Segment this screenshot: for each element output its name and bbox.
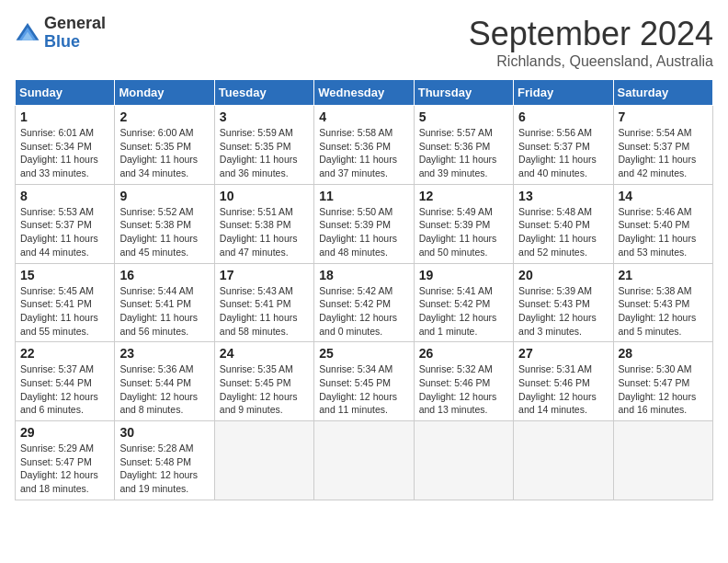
day-info: Sunrise: 5:49 AM Sunset: 5:39 PM Dayligh… (419, 205, 508, 259)
logo-blue: Blue (44, 33, 106, 52)
calendar-day-cell: 12Sunrise: 5:49 AM Sunset: 5:39 PM Dayli… (414, 184, 513, 263)
calendar-day-cell: 18Sunrise: 5:42 AM Sunset: 5:42 PM Dayli… (314, 263, 414, 342)
calendar-week-row: 15Sunrise: 5:45 AM Sunset: 5:41 PM Dayli… (16, 263, 713, 342)
calendar-day-cell: 24Sunrise: 5:35 AM Sunset: 5:45 PM Dayli… (214, 342, 313, 421)
day-number: 1 (20, 109, 109, 124)
day-info: Sunrise: 5:45 AM Sunset: 5:41 PM Dayligh… (20, 284, 109, 339)
day-number: 7 (619, 109, 708, 124)
day-info: Sunrise: 5:53 AM Sunset: 5:37 PM Dayligh… (20, 205, 109, 259)
calendar-day-cell: 30Sunrise: 5:28 AM Sunset: 5:48 PM Dayli… (115, 421, 214, 500)
day-info: Sunrise: 5:41 AM Sunset: 5:42 PM Dayligh… (419, 284, 508, 339)
calendar-day-cell: 22Sunrise: 5:37 AM Sunset: 5:44 PM Dayli… (16, 342, 115, 421)
day-number: 13 (518, 189, 608, 203)
calendar-day-cell: 29Sunrise: 5:29 AM Sunset: 5:47 PM Dayli… (16, 421, 115, 500)
day-info: Sunrise: 5:46 AM Sunset: 5:40 PM Dayligh… (619, 205, 708, 259)
calendar-day-cell: 9Sunrise: 5:52 AM Sunset: 5:38 PM Daylig… (115, 184, 214, 263)
calendar-day-cell: 15Sunrise: 5:45 AM Sunset: 5:41 PM Dayli… (16, 263, 115, 342)
calendar-header-row: SundayMondayTuesdayWednesdayThursdayFrid… (16, 80, 713, 106)
day-info: Sunrise: 5:59 AM Sunset: 5:35 PM Dayligh… (220, 126, 309, 180)
day-info: Sunrise: 5:34 AM Sunset: 5:45 PM Dayligh… (319, 362, 408, 417)
day-info: Sunrise: 5:36 AM Sunset: 5:44 PM Dayligh… (119, 362, 209, 417)
calendar-day-cell: 19Sunrise: 5:41 AM Sunset: 5:42 PM Dayli… (414, 263, 513, 342)
calendar-day-cell: 26Sunrise: 5:32 AM Sunset: 5:46 PM Dayli… (414, 342, 513, 421)
calendar-day-cell: 23Sunrise: 5:36 AM Sunset: 5:44 PM Dayli… (115, 342, 214, 421)
calendar-day-cell: 28Sunrise: 5:30 AM Sunset: 5:47 PM Dayli… (613, 342, 712, 421)
day-info: Sunrise: 5:48 AM Sunset: 5:40 PM Dayligh… (518, 205, 608, 259)
day-number: 15 (20, 268, 109, 282)
weekday-header-tuesday: Tuesday (214, 80, 313, 106)
day-number: 29 (20, 425, 109, 440)
calendar-day-cell: 10Sunrise: 5:51 AM Sunset: 5:38 PM Dayli… (214, 184, 313, 263)
calendar-week-row: 8Sunrise: 5:53 AM Sunset: 5:37 PM Daylig… (16, 184, 713, 263)
calendar-week-row: 29Sunrise: 5:29 AM Sunset: 5:47 PM Dayli… (16, 421, 713, 500)
calendar-day-cell: 21Sunrise: 5:38 AM Sunset: 5:43 PM Dayli… (613, 263, 712, 342)
day-number: 21 (619, 268, 708, 282)
weekday-header-monday: Monday (115, 80, 214, 106)
calendar-day-cell: 27Sunrise: 5:31 AM Sunset: 5:46 PM Dayli… (514, 342, 613, 421)
day-number: 18 (319, 268, 408, 282)
day-info: Sunrise: 5:50 AM Sunset: 5:39 PM Dayligh… (319, 205, 408, 259)
weekday-header-wednesday: Wednesday (314, 80, 414, 106)
logo: General Blue (15, 15, 106, 52)
day-number: 4 (319, 109, 408, 124)
calendar-day-cell: 6Sunrise: 5:56 AM Sunset: 5:37 PM Daylig… (514, 106, 613, 185)
day-info: Sunrise: 5:42 AM Sunset: 5:42 PM Dayligh… (319, 284, 408, 339)
day-number: 20 (518, 268, 608, 282)
calendar-day-cell (613, 421, 712, 500)
day-number: 19 (419, 268, 508, 282)
calendar-week-row: 22Sunrise: 5:37 AM Sunset: 5:44 PM Dayli… (16, 342, 713, 421)
weekday-header-saturday: Saturday (613, 80, 712, 106)
calendar-day-cell: 13Sunrise: 5:48 AM Sunset: 5:40 PM Dayli… (514, 184, 613, 263)
weekday-header-sunday: Sunday (16, 80, 115, 106)
day-number: 23 (119, 346, 209, 361)
day-info: Sunrise: 5:58 AM Sunset: 5:36 PM Dayligh… (319, 126, 408, 180)
location-subtitle: Richlands, Queensland, Australia (469, 53, 713, 70)
day-number: 26 (419, 346, 508, 361)
day-number: 30 (119, 425, 209, 440)
calendar-day-cell (314, 421, 414, 500)
day-number: 14 (619, 189, 708, 203)
day-info: Sunrise: 5:43 AM Sunset: 5:41 PM Dayligh… (220, 284, 309, 339)
calendar-day-cell: 20Sunrise: 5:39 AM Sunset: 5:43 PM Dayli… (514, 263, 613, 342)
calendar-day-cell: 1Sunrise: 6:01 AM Sunset: 5:34 PM Daylig… (16, 106, 115, 185)
day-info: Sunrise: 5:38 AM Sunset: 5:43 PM Dayligh… (619, 284, 708, 339)
day-info: Sunrise: 5:57 AM Sunset: 5:36 PM Dayligh… (419, 126, 508, 180)
logo-icon (15, 20, 40, 46)
day-number: 9 (119, 189, 209, 203)
day-number: 12 (419, 189, 508, 203)
day-number: 5 (419, 109, 508, 124)
calendar-day-cell: 17Sunrise: 5:43 AM Sunset: 5:41 PM Dayli… (214, 263, 313, 342)
calendar-week-row: 1Sunrise: 6:01 AM Sunset: 5:34 PM Daylig… (16, 106, 713, 185)
calendar-day-cell (514, 421, 613, 500)
day-number: 3 (220, 109, 309, 124)
day-number: 25 (319, 346, 408, 361)
day-info: Sunrise: 5:44 AM Sunset: 5:41 PM Dayligh… (119, 284, 209, 339)
weekday-header-thursday: Thursday (414, 80, 513, 106)
weekday-header-friday: Friday (514, 80, 613, 106)
calendar-day-cell: 8Sunrise: 5:53 AM Sunset: 5:37 PM Daylig… (16, 184, 115, 263)
day-info: Sunrise: 5:28 AM Sunset: 5:48 PM Dayligh… (119, 442, 209, 496)
day-number: 8 (20, 189, 109, 203)
day-number: 11 (319, 189, 408, 203)
day-number: 28 (619, 346, 708, 361)
calendar-table: SundayMondayTuesdayWednesdayThursdayFrid… (15, 79, 713, 500)
day-info: Sunrise: 6:00 AM Sunset: 5:35 PM Dayligh… (119, 126, 209, 180)
month-title: September 2024 (469, 15, 713, 53)
day-info: Sunrise: 5:52 AM Sunset: 5:38 PM Dayligh… (119, 205, 209, 259)
calendar-day-cell (414, 421, 513, 500)
calendar-day-cell: 2Sunrise: 6:00 AM Sunset: 5:35 PM Daylig… (115, 106, 214, 185)
day-info: Sunrise: 5:51 AM Sunset: 5:38 PM Dayligh… (220, 205, 309, 259)
calendar-day-cell: 16Sunrise: 5:44 AM Sunset: 5:41 PM Dayli… (115, 263, 214, 342)
day-info: Sunrise: 5:54 AM Sunset: 5:37 PM Dayligh… (619, 126, 708, 180)
day-number: 24 (220, 346, 309, 361)
day-info: Sunrise: 6:01 AM Sunset: 5:34 PM Dayligh… (20, 126, 109, 180)
calendar-day-cell: 4Sunrise: 5:58 AM Sunset: 5:36 PM Daylig… (314, 106, 414, 185)
calendar-day-cell: 14Sunrise: 5:46 AM Sunset: 5:40 PM Dayli… (613, 184, 712, 263)
calendar-day-cell: 3Sunrise: 5:59 AM Sunset: 5:35 PM Daylig… (214, 106, 313, 185)
day-info: Sunrise: 5:29 AM Sunset: 5:47 PM Dayligh… (20, 442, 109, 496)
day-info: Sunrise: 5:30 AM Sunset: 5:47 PM Dayligh… (619, 362, 708, 417)
day-info: Sunrise: 5:37 AM Sunset: 5:44 PM Dayligh… (20, 362, 109, 417)
day-number: 6 (518, 109, 608, 124)
day-number: 10 (220, 189, 309, 203)
calendar-day-cell: 7Sunrise: 5:54 AM Sunset: 5:37 PM Daylig… (613, 106, 712, 185)
